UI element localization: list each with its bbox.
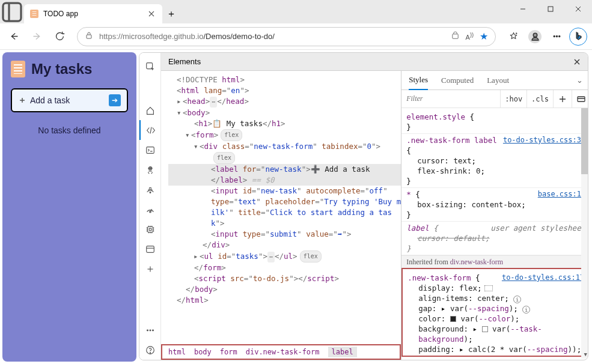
plus-icon: ＋: [18, 95, 26, 106]
more-tools-button[interactable]: [139, 259, 161, 279]
clipboard-icon: [11, 61, 25, 77]
rule-label-ua[interactable]: user agent stylesheet label { cursor: de…: [401, 222, 588, 255]
lock-icon: [85, 31, 93, 41]
close-window-button[interactable]: [564, 0, 592, 18]
scroll-down-icon[interactable]: ▼: [581, 350, 588, 359]
new-tab-button[interactable]: ＋: [162, 4, 180, 23]
devtools-header: Elements: [161, 53, 588, 71]
cls-button[interactable]: .cls: [526, 90, 553, 108]
tab-layout[interactable]: Layout: [487, 76, 509, 85]
svg-point-21: [147, 330, 148, 331]
tab-strip: ☰ TODO app ＋: [0, 0, 180, 23]
source-link[interactable]: base.css:15: [538, 189, 585, 199]
svg-point-9: [558, 35, 560, 37]
svg-point-25: [150, 352, 150, 353]
crumb-body[interactable]: body: [194, 348, 212, 356]
devtools-rail: [139, 53, 161, 360]
bing-icon: [569, 28, 587, 46]
maximize-button[interactable]: [537, 0, 564, 18]
forward-button: [26, 26, 47, 47]
rule-new-task-form[interactable]: to-do-styles.css:17 .new-task-form { dis…: [403, 271, 588, 356]
rules-body[interactable]: element.style {} to-do-styles.css:34 .ne…: [401, 108, 588, 360]
tab-close-button[interactable]: [147, 11, 156, 17]
svg-rect-16: [149, 228, 151, 231]
devtools-close-button[interactable]: [571, 58, 583, 65]
hov-button[interactable]: :hov: [500, 90, 526, 108]
profile-button[interactable]: [525, 26, 545, 47]
svg-point-23: [152, 330, 153, 331]
svg-rect-28: [578, 97, 585, 102]
rule-new-task-form-label[interactable]: to-do-styles.css:34 .new-task-form label…: [401, 134, 588, 188]
read-aloud-icon[interactable]: A)): [466, 32, 474, 41]
crumb-label[interactable]: label: [328, 347, 357, 357]
avatar-icon: [528, 30, 542, 43]
toolbar: https://microsoftedge.github.io/Demos/de…: [0, 23, 592, 50]
content-area: My tasks ＋ Add a task ➔ No tasks defined: [0, 50, 592, 364]
reload-button[interactable]: [49, 26, 70, 47]
devtools-panel: Elements ⋯ <!DOCTYPE html> <html lang="e…: [139, 52, 588, 360]
info-icon[interactable]: i: [513, 296, 521, 303]
window-controls: [509, 0, 592, 18]
browser-tab[interactable]: ☰ TODO app: [24, 4, 162, 23]
scrollbar[interactable]: ▼: [581, 108, 588, 359]
svg-rect-3: [548, 7, 553, 11]
crumb-div[interactable]: div.new-task-form: [246, 348, 320, 356]
source-link[interactable]: to-do-styles.css:34: [503, 135, 585, 145]
settings-button[interactable]: [139, 320, 161, 340]
svg-point-13: [150, 192, 151, 193]
tab-styles[interactable]: Styles: [409, 71, 428, 90]
menu-button[interactable]: [546, 26, 567, 47]
url-text: https://microsoftedge.github.io/Demos/de…: [99, 32, 445, 41]
favorite-star-icon[interactable]: ★: [480, 31, 488, 42]
svg-point-8: [556, 35, 557, 37]
favorites-button[interactable]: [503, 26, 523, 47]
tab-title: TODO app: [43, 10, 142, 18]
svg-point-22: [150, 330, 151, 331]
help-button[interactable]: [139, 340, 161, 360]
empty-state-text: No tasks defined: [11, 126, 128, 135]
info-icon[interactable]: i: [522, 306, 530, 314]
filter-input[interactable]: [401, 90, 500, 108]
sources-tab[interactable]: [139, 160, 161, 180]
inspect-button[interactable]: [139, 56, 161, 76]
tab-favicon-icon: ☰: [30, 10, 38, 18]
source-link[interactable]: to-do-styles.css:17: [502, 273, 584, 283]
crumb-html[interactable]: html: [168, 348, 186, 356]
styles-pane: Styles Computed Layout ⌄ :hov .cls: [401, 71, 588, 360]
address-bar[interactable]: https://microsoftedge.github.io/Demos/de…: [77, 27, 496, 46]
tabs-menu-button[interactable]: [0, 0, 24, 23]
crumb-form[interactable]: form: [220, 348, 237, 356]
minimize-button[interactable]: [509, 0, 537, 18]
welcome-tab[interactable]: [139, 100, 161, 120]
performance-tab[interactable]: [139, 199, 161, 219]
svg-rect-4: [87, 35, 91, 38]
rule-star[interactable]: base.css:15 * { box-sizing: content-box;…: [401, 188, 588, 222]
scrollbar-thumb[interactable]: [581, 108, 588, 174]
application-tab[interactable]: [139, 239, 161, 259]
rule-element-style[interactable]: element.style {}: [401, 111, 588, 134]
todo-page: My tasks ＋ Add a task ➔ No tasks defined: [2, 52, 136, 362]
network-tab[interactable]: [139, 180, 161, 199]
flex-badge-icon[interactable]: [484, 285, 493, 291]
inherited-header: Inherited from div.new-task-form: [401, 255, 588, 269]
back-button[interactable]: [4, 26, 24, 47]
elements-tab[interactable]: [139, 120, 161, 140]
submit-arrow-icon[interactable]: ➔: [109, 94, 121, 106]
breadcrumb[interactable]: html body form div.new-task-form label: [161, 344, 401, 360]
tab-computed[interactable]: Computed: [441, 76, 474, 85]
dom-tree[interactable]: ⋯ <!DOCTYPE html> <html lang="en"> ▸<hea…: [161, 71, 401, 344]
svg-point-6: [533, 33, 537, 37]
svg-rect-11: [146, 147, 154, 153]
styles-toolbar: :hov .cls: [401, 90, 588, 108]
chevron-down-icon[interactable]: ⌄: [576, 76, 583, 85]
svg-rect-5: [452, 34, 457, 38]
page-title: My tasks: [11, 61, 128, 77]
add-task-form[interactable]: ＋ Add a task ➔: [11, 88, 128, 112]
bing-button[interactable]: [568, 26, 588, 47]
memory-tab[interactable]: [139, 219, 161, 239]
panel-title: Elements: [168, 57, 201, 66]
computed-toggle[interactable]: [572, 90, 588, 108]
console-tab[interactable]: [139, 140, 161, 160]
new-rule-button[interactable]: [553, 90, 572, 108]
shopping-icon[interactable]: [451, 31, 460, 42]
